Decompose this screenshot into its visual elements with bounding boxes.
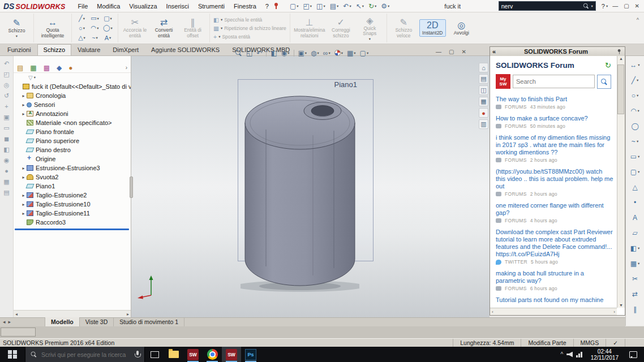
menu-inserisci[interactable]: Inserisci bbox=[162, 2, 194, 11]
line-icon[interactable]: ╱▾ bbox=[632, 72, 639, 88]
display-style-button[interactable]: ◍▾ bbox=[311, 49, 319, 57]
edit-appearance-button[interactable]: ▾ bbox=[334, 50, 343, 56]
chrome-button[interactable] bbox=[203, 347, 222, 362]
scroll-down-arrow[interactable]: ▼ bbox=[619, 303, 623, 307]
offset-icon[interactable]: ∥ bbox=[633, 301, 637, 317]
appearances-icon[interactable]: ● bbox=[479, 108, 488, 118]
search-input[interactable] bbox=[501, 3, 581, 10]
panel-splitter-handle[interactable] bbox=[130, 176, 133, 198]
taskbar-clock[interactable]: 02:44 12/11/2017 bbox=[586, 348, 624, 361]
linear-pattern-icon[interactable]: ▦▾ bbox=[630, 256, 640, 271]
rectangle-icon[interactable]: ▭▾ bbox=[630, 149, 640, 164]
scene-icon[interactable]: ▦ bbox=[2, 177, 12, 186]
tree-item-svuota2[interactable]: ▸Svuota2 bbox=[14, 173, 131, 182]
spline-icon[interactable]: ~▾ bbox=[632, 133, 638, 149]
tab-scroll-right-arrow[interactable]: ▸ bbox=[8, 319, 11, 325]
forum-post[interactable]: making a boat hull structure in a parame… bbox=[496, 270, 613, 291]
doc-close-button[interactable]: ✕ bbox=[461, 49, 466, 55]
tree-item-sensori[interactable]: ▸Sensori bbox=[14, 100, 131, 109]
text-tool[interactable]: A▾ bbox=[101, 33, 114, 42]
tree-item-taglio-estrusione2[interactable]: ▸Taglio-Estrusione2 bbox=[14, 191, 131, 200]
tree-horizontal-scrollbar[interactable]: ◂ ▸ bbox=[14, 310, 131, 317]
rectangle-tool[interactable]: ▭▾ bbox=[88, 14, 101, 23]
zoom-area-button[interactable]: ◱ bbox=[246, 49, 252, 57]
doc-restore-button[interactable]: ▢ bbox=[449, 49, 454, 55]
tab-scroll-left-arrow[interactable]: ◂ bbox=[3, 319, 6, 325]
close-button[interactable]: ✕ bbox=[635, 3, 639, 9]
view-palette-icon[interactable]: ▦ bbox=[479, 97, 488, 106]
slot-tool[interactable]: ▢▾ bbox=[101, 14, 114, 23]
tree-root-item[interactable]: fuck it (Default<<Default>_Stato di visu… bbox=[14, 82, 131, 91]
offset-entities-button[interactable]: ∥ Entità di offset bbox=[179, 18, 206, 38]
ellipse-icon[interactable]: ◯ bbox=[631, 118, 638, 133]
help-button[interactable]: ? bbox=[602, 3, 605, 10]
arc-icon[interactable]: ◠▾ bbox=[630, 103, 639, 118]
zoom-fit-icon[interactable]: ◎ bbox=[2, 80, 12, 89]
tray-expand-icon[interactable]: ^ bbox=[558, 351, 565, 357]
options-button[interactable]: ⚙▾ bbox=[380, 2, 390, 11]
3d-part-model[interactable] bbox=[241, 93, 359, 294]
mirror-icon[interactable]: ◧▾ bbox=[630, 240, 640, 256]
graphics-viewport[interactable]: Piano1 bbox=[131, 56, 490, 317]
circle-icon[interactable]: ○▾ bbox=[632, 88, 639, 103]
doc-minimize-button[interactable]: — bbox=[436, 49, 441, 55]
forum-horizontal-scrollbar[interactable]: ‹ › bbox=[490, 308, 617, 315]
displaymanager-tab-icon[interactable]: ● bbox=[68, 64, 72, 71]
tab-aggiunte-solidworks[interactable]: Aggiunte SOLIDWORKS bbox=[145, 44, 226, 55]
forum-post[interactable]: i think some of my dimention files missi… bbox=[496, 134, 613, 163]
annotations-icon[interactable]: ▤ bbox=[2, 188, 12, 197]
forum-post[interactable]: one mitered corner flange with different… bbox=[496, 202, 613, 223]
tab-dimxpert[interactable]: DimXpert bbox=[106, 44, 145, 55]
forum-search-button[interactable] bbox=[597, 75, 611, 89]
ribbon-collapse-button[interactable]: ^ bbox=[634, 16, 641, 24]
polygon-icon[interactable]: △ bbox=[632, 179, 637, 195]
menu-modifica[interactable]: Modifica bbox=[92, 2, 124, 11]
shaded-icon[interactable]: ◼ bbox=[2, 134, 12, 143]
menu-strumenti[interactable]: Strumenti bbox=[194, 2, 229, 11]
hide-show-items-button[interactable]: ∞▾ bbox=[323, 49, 330, 57]
smart-dimension-button[interactable]: ↔ Quota intelligente bbox=[37, 18, 68, 38]
tab-schizzo[interactable]: Schizzo bbox=[37, 44, 72, 55]
tree-item-cronologia[interactable]: ▸Cronologia bbox=[14, 91, 131, 100]
tree-item-raccordo3[interactable]: Raccordo3 bbox=[14, 218, 131, 227]
trim-entities-button[interactable]: ✂ Accorcia le entità bbox=[122, 18, 148, 38]
instant2d-button[interactable]: 2D Instant2D bbox=[419, 19, 446, 37]
convert-entities-icon[interactable]: ⇄ bbox=[632, 286, 638, 301]
file-explorer-button[interactable] bbox=[164, 347, 183, 362]
tree-filter[interactable]: ▽ ▾ bbox=[14, 73, 131, 82]
action-center-icon[interactable] bbox=[629, 351, 637, 358]
refresh-icon[interactable]: ↻ bbox=[605, 61, 611, 70]
new-document-button[interactable]: ▢▾ bbox=[289, 2, 300, 11]
move-entities-button[interactable]: +▾Sposta entità bbox=[213, 33, 286, 40]
line-tool[interactable]: ╱▾ bbox=[75, 14, 88, 23]
forum-post[interactable]: How to make a surface concave? FORUMS50 … bbox=[496, 115, 613, 129]
zoom-window-icon[interactable]: ◰ bbox=[2, 70, 12, 79]
tree-item-taglio-estrusione10[interactable]: ▸Taglio-Estrusione10 bbox=[14, 200, 131, 209]
docked-bar-handle[interactable] bbox=[1, 327, 36, 337]
tree-item-origine[interactable]: Origine bbox=[14, 154, 131, 163]
tree-item-estrusione3[interactable]: ▸Estrusione-Estrusione3 bbox=[14, 163, 131, 173]
text-icon[interactable]: A bbox=[633, 210, 637, 225]
scrollbar-thumb[interactable] bbox=[617, 64, 624, 114]
start-button[interactable] bbox=[0, 347, 25, 362]
forum-search-input[interactable] bbox=[513, 75, 595, 88]
network-icon[interactable] bbox=[574, 352, 585, 357]
scroll-left-arrow[interactable]: ◂ bbox=[15, 312, 18, 317]
tree-item-piano1[interactable]: Piano1 bbox=[14, 182, 131, 191]
task-view-button[interactable] bbox=[145, 347, 164, 362]
scroll-right-arrow[interactable]: ▸ bbox=[127, 312, 129, 317]
tree-item-piano-superiore[interactable]: Piano superiore bbox=[14, 136, 131, 145]
sketch-button[interactable]: ✎ Schizzo ▾ bbox=[3, 18, 30, 38]
custom-properties-icon[interactable]: ▥ bbox=[479, 119, 488, 129]
featuremanager-tab-icon[interactable]: ▤ bbox=[17, 64, 23, 71]
display-delete-relations-button[interactable]: ⊥ Mostra/elimina relazioni bbox=[294, 18, 325, 38]
section-view-button[interactable]: ◧ bbox=[271, 49, 277, 57]
circle-tool[interactable]: ○▾ bbox=[75, 23, 88, 33]
volume-icon[interactable] bbox=[566, 352, 573, 357]
menu-help[interactable]: ? bbox=[261, 2, 273, 11]
search-icon[interactable] bbox=[582, 3, 589, 9]
standard-views-icon[interactable]: ▣ bbox=[2, 113, 12, 122]
solidworks-launcher-button[interactable]: SW bbox=[183, 347, 203, 362]
dimxpertmanager-tab-icon[interactable]: ◆ bbox=[57, 64, 62, 71]
tree-item-piano-frontale[interactable]: Piano frontale bbox=[14, 127, 131, 136]
